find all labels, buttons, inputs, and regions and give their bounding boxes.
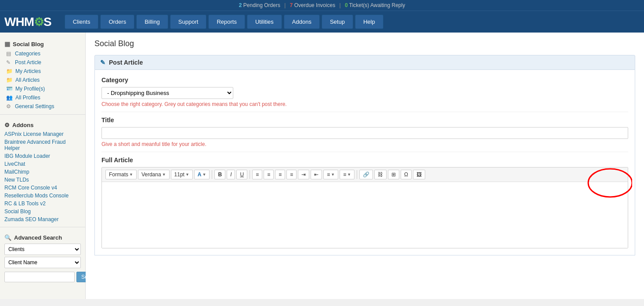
post-article-section-header: ✎ Post Article [94,55,635,70]
social-blog-section-icon: ▦ [4,40,10,47]
bold-btn[interactable]: B [214,170,225,179]
sidebar-item-categories[interactable]: ▤ Categories [0,49,85,58]
top-notification-bar: 2 Pending Orders | 7 Overdue Invoices | … [0,0,644,11]
editor-area: Formats ▼ Verdana ▼ 11pt ▼ A [101,167,628,248]
editor-toolbar: Formats ▼ Verdana ▼ 11pt ▼ A [102,168,628,182]
sidebar-section-title-text: Social Blog [13,41,44,47]
align-right-btn[interactable]: ≡ [275,170,285,179]
categories-icon: ▤ [6,51,12,57]
addon-zumada[interactable]: Zumada SEO Manager [4,215,81,223]
addon-resellerclub[interactable]: Resellerclub Mods Console [4,192,81,200]
category-help-text: Choose the right category. Grey out cate… [101,101,628,107]
special-char-btn[interactable]: Ω [401,170,412,179]
addons-section-title: ⚙ Addons [4,118,81,130]
font-dropdown-btn[interactable]: Verdana ▼ [138,170,170,179]
field-separator-1 [101,112,628,112]
formats-dropdown-btn[interactable]: Formats ▼ [105,170,137,179]
my-articles-icon: 📁 [6,68,13,74]
sidebar-item-general-settings[interactable]: ⚙ General Settings [0,102,85,111]
general-settings-icon: ⚙ [6,103,12,109]
category-dropdown[interactable]: - Dropshipping Business [101,87,233,99]
full-article-label: Full Article [101,157,628,164]
page-title: Social Blog [94,39,635,48]
search-input[interactable] [4,272,75,282]
font-color-btn[interactable]: A ▼ [194,170,210,179]
sidebar-item-all-articles[interactable]: 📁 All Articles [0,76,85,84]
my-profiles-link[interactable]: My Profile(s) [15,86,45,92]
table-btn[interactable]: ⊞ [388,170,399,179]
category-label: Category [101,76,628,84]
unordered-list-btn[interactable]: ≡ ▼ [323,170,338,179]
ordered-list-btn[interactable]: ≡ ▼ [340,170,355,179]
toolbar-separator-3 [357,170,357,179]
nav-setup[interactable]: Setup [322,15,353,29]
overdue-invoices-count: 7 [290,2,293,8]
nav-help[interactable]: Help [355,15,384,29]
addon-mailchimp[interactable]: MailChimp [4,168,81,176]
sidebar-item-post-article[interactable]: ✎ Post Article [0,58,85,67]
addon-livechat[interactable]: LiveChat [4,160,81,168]
advanced-search-title: 🔍 Advanced Search [0,231,85,244]
toolbar-separator-2 [250,170,250,179]
nav-utilities[interactable]: Utilities [247,15,282,29]
nav-orders[interactable]: Orders [100,15,134,29]
addon-aspnix[interactable]: ASPnix License Manager [4,130,81,138]
overdue-invoices-label: Overdue Invoices [294,2,335,8]
nav-billing[interactable]: Billing [136,15,168,29]
addon-rc-lb[interactable]: RC & LB Tools v2 [4,200,81,208]
all-articles-icon: 📁 [6,77,13,83]
all-profiles-link[interactable]: All Profiles [15,95,40,101]
font-size-dropdown-btn[interactable]: 11pt ▼ [171,170,193,179]
link-btn[interactable]: 🔗 [359,170,373,179]
sidebar-divider-1 [0,114,85,115]
align-center-btn[interactable]: ≡ [264,170,274,179]
search-type-dropdown[interactable]: Clients [4,244,81,255]
indent-btn[interactable]: ⇥ [298,170,309,179]
image-btn[interactable]: 🖼 [413,170,425,179]
post-article-link[interactable]: Post Article [15,59,41,66]
sidebar-item-all-profiles[interactable]: 👥 All Profiles [0,93,85,102]
addon-rcm[interactable]: RCM Core Console v4 [4,184,81,192]
addons-title-text: Addons [12,122,33,128]
toolbar-separator-1 [212,170,212,179]
sidebar-item-my-profiles[interactable]: 🪪 My Profile(s) [0,84,85,93]
post-article-icon: ✎ [6,59,12,66]
pending-orders-count: 2 [239,2,242,8]
adv-search-title-text: Advanced Search [14,234,62,241]
editor-body[interactable] [102,182,628,248]
align-left-btn[interactable]: ≡ [252,170,262,179]
main-nav: Clients Orders Billing Support Reports U… [65,15,384,29]
sidebar-item-my-articles[interactable]: 📁 My Articles [0,67,85,76]
sidebar-section-social-blog: ▦ Social Blog [0,37,85,49]
tickets-label: Ticket(s) Awaiting Reply [349,2,405,8]
nav-reports[interactable]: Reports [208,15,245,29]
addons-icon: ⚙ [4,122,10,128]
title-label: Title [101,117,628,124]
addon-braintree[interactable]: Braintree Advanced Fraud Helper [4,138,81,152]
title-help-text: Give a short and meanful title for your … [101,141,628,147]
unlink-btn[interactable]: ⛓ [374,170,387,179]
search-field-dropdown[interactable]: Client Name [4,257,81,268]
outdent-btn[interactable]: ⇤ [311,170,322,179]
all-articles-link[interactable]: All Articles [15,77,40,83]
nav-clients[interactable]: Clients [65,15,99,29]
all-profiles-icon: 👥 [6,95,13,101]
post-article-section-title: Post Article [109,59,143,66]
nav-support[interactable]: Support [170,15,207,29]
align-justify-btn[interactable]: ≡ [286,170,297,179]
sidebar-divider-2 [0,227,85,227]
field-separator-2 [101,152,628,152]
pending-orders-label: Pending Orders [243,2,280,8]
my-articles-link[interactable]: My Articles [15,68,41,74]
whmcs-logo: WHM⚙S [4,15,51,29]
italic-btn[interactable]: I [227,170,235,179]
logo-gear-icon: ⚙ [34,15,43,29]
title-input[interactable] [101,127,628,139]
nav-addons[interactable]: Addons [284,15,320,29]
underline-btn[interactable]: U [236,170,247,179]
general-settings-link[interactable]: General Settings [15,103,54,109]
addon-ibg[interactable]: IBG Module Loader [4,152,81,160]
addon-social-blog[interactable]: Social Blog [4,208,81,215]
addon-new-tlds[interactable]: New TLDs [4,176,81,184]
categories-link[interactable]: Categories [15,51,40,57]
